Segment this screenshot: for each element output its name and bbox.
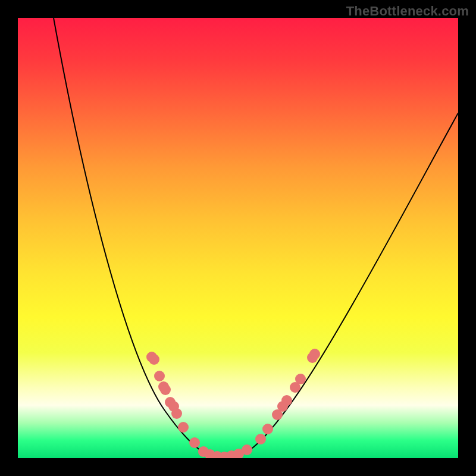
chart-svg [18,18,458,458]
data-dot [255,434,266,444]
data-dot [149,354,159,365]
watermark-text: TheBottleneck.com [346,4,469,19]
data-dot [309,349,320,359]
data-dot [178,422,189,433]
data-dot [281,395,292,406]
data-dots-group [146,349,320,458]
chart-plot-area [18,18,458,458]
data-dot [242,444,252,455]
data-dot [160,384,171,395]
data-dot [171,408,182,419]
bottleneck-curve [54,18,458,457]
data-dot [262,424,273,434]
data-dot [295,374,306,384]
data-dot [154,371,165,381]
data-dot [189,437,200,448]
